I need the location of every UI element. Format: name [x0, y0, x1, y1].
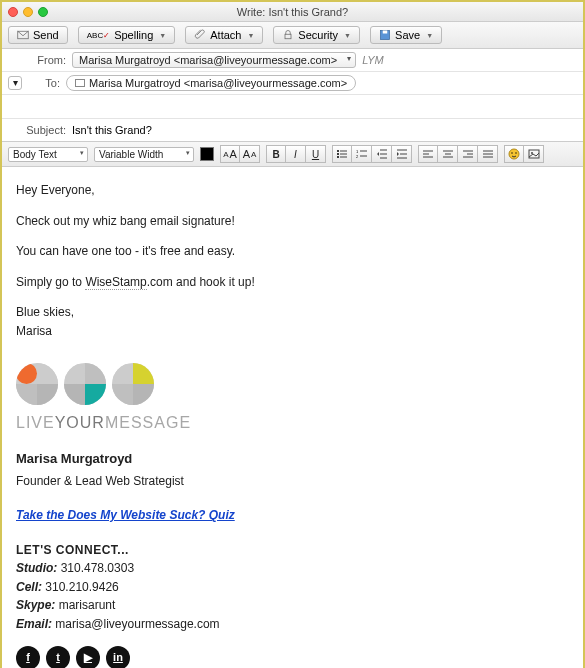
- security-button[interactable]: Security ▼: [273, 26, 360, 44]
- contact-block: LET'S CONNECT... Studio: 310.478.0303 Ce…: [16, 541, 569, 634]
- svg-point-33: [511, 152, 512, 153]
- message-body[interactable]: Hey Everyone, Check out my whiz bang ema…: [2, 167, 583, 668]
- increase-font-button[interactable]: [240, 145, 260, 163]
- spellcheck-icon: ABC✓: [87, 31, 110, 40]
- spelling-button[interactable]: ABC✓ Spelling ▼: [78, 26, 176, 44]
- send-button[interactable]: Send: [8, 26, 68, 44]
- body-line: Check out my whiz bang email signature!: [16, 212, 569, 231]
- svg-point-34: [515, 152, 516, 153]
- align-justify-icon: [482, 148, 494, 160]
- logo-circle-1: [16, 363, 58, 405]
- signature-title: Founder & Lead Web Strategist: [16, 472, 569, 491]
- header-fields: From: Marisa Murgatroyd <marisa@liveyour…: [2, 49, 583, 142]
- bold-button[interactable]: B: [266, 145, 286, 163]
- from-select[interactable]: Marisa Murgatroyd <marisa@liveyourmessag…: [72, 52, 356, 68]
- quiz-link[interactable]: Take the Does My Website Suck? Quiz: [16, 508, 235, 522]
- lock-icon: [282, 29, 294, 41]
- body-closing: Blue skies, Marisa: [16, 303, 569, 340]
- from-label: From:: [8, 54, 72, 66]
- indent-icon: [396, 148, 408, 160]
- logo-circle-3: [112, 363, 154, 405]
- number-list-icon: 12: [356, 148, 368, 160]
- decrease-font-button[interactable]: [220, 145, 240, 163]
- insert-emoji-button[interactable]: [504, 145, 524, 163]
- insert-image-button[interactable]: [524, 145, 544, 163]
- save-icon: [379, 29, 391, 41]
- svg-text:2: 2: [356, 154, 359, 159]
- number-list-button[interactable]: 12: [352, 145, 372, 163]
- align-justify-button[interactable]: [478, 145, 498, 163]
- svg-rect-3: [383, 31, 388, 34]
- format-toolbar: Body Text Variable Width B I U 12: [2, 142, 583, 167]
- paragraph-style-select[interactable]: Body Text: [8, 147, 88, 162]
- svg-rect-1: [285, 34, 291, 39]
- youtube-icon[interactable]: ▶: [76, 646, 100, 668]
- add-recipient-button[interactable]: ▾: [8, 76, 22, 90]
- save-label: Save: [395, 29, 420, 41]
- twitter-icon[interactable]: t: [46, 646, 70, 668]
- body-line: Hey Everyone,: [16, 181, 569, 200]
- outdent-button[interactable]: [372, 145, 392, 163]
- body-line: You can have one too - it's free and eas…: [16, 242, 569, 261]
- titlebar: Write: Isn't this Grand?: [2, 2, 583, 22]
- signature-name: Marisa Murgatroyd: [16, 449, 569, 469]
- spelling-label: Spelling: [114, 29, 153, 41]
- underline-button[interactable]: U: [306, 145, 326, 163]
- brand-wordmark: LIVEYOURMESSAGE: [16, 411, 569, 436]
- chevron-down-icon: ▼: [247, 32, 254, 39]
- linkedin-icon[interactable]: in: [106, 646, 130, 668]
- send-label: Send: [33, 29, 59, 41]
- wisestamp-link[interactable]: WiseStamp: [85, 275, 146, 290]
- subject-label: Subject:: [8, 124, 72, 136]
- body-line: Simply go to WiseStamp.com and hook it u…: [16, 273, 569, 292]
- font-family-select[interactable]: Variable Width: [94, 147, 194, 162]
- contact-card-icon: [75, 79, 85, 87]
- signature-indicator: LYM: [362, 54, 384, 66]
- main-toolbar: Send ABC✓ Spelling ▼ Attach ▼ Security ▼…: [2, 22, 583, 49]
- italic-button[interactable]: I: [286, 145, 306, 163]
- to-label: To:: [22, 77, 66, 89]
- align-right-icon: [462, 148, 474, 160]
- window-title: Write: Isn't this Grand?: [2, 6, 583, 18]
- emoji-icon: [508, 148, 520, 160]
- attach-button[interactable]: Attach ▼: [185, 26, 263, 44]
- align-left-button[interactable]: [418, 145, 438, 163]
- brand-logo: [16, 363, 569, 405]
- align-center-icon: [442, 148, 454, 160]
- align-right-button[interactable]: [458, 145, 478, 163]
- save-button[interactable]: Save ▼: [370, 26, 442, 44]
- social-row: f t ▶ in: [16, 646, 569, 668]
- svg-point-5: [337, 153, 339, 155]
- svg-point-4: [337, 150, 339, 152]
- outdent-icon: [376, 148, 388, 160]
- subject-input[interactable]: [72, 122, 577, 138]
- chevron-down-icon: ▼: [159, 32, 166, 39]
- security-label: Security: [298, 29, 338, 41]
- bullet-list-button[interactable]: [332, 145, 352, 163]
- image-icon: [528, 148, 540, 160]
- bullet-list-icon: [336, 148, 348, 160]
- paperclip-icon: [194, 29, 206, 41]
- facebook-icon[interactable]: f: [16, 646, 40, 668]
- chevron-down-icon: ▼: [426, 32, 433, 39]
- send-icon: [17, 29, 29, 41]
- to-recipient-pill[interactable]: Marisa Murgatroyd <marisa@liveyourmessag…: [66, 75, 356, 91]
- align-center-button[interactable]: [438, 145, 458, 163]
- svg-point-6: [337, 156, 339, 158]
- attach-label: Attach: [210, 29, 241, 41]
- indent-button[interactable]: [392, 145, 412, 163]
- text-color-swatch[interactable]: [200, 147, 214, 161]
- chevron-down-icon: ▼: [344, 32, 351, 39]
- align-left-icon: [422, 148, 434, 160]
- logo-circle-2: [64, 363, 106, 405]
- connect-heading: LET'S CONNECT...: [16, 541, 569, 560]
